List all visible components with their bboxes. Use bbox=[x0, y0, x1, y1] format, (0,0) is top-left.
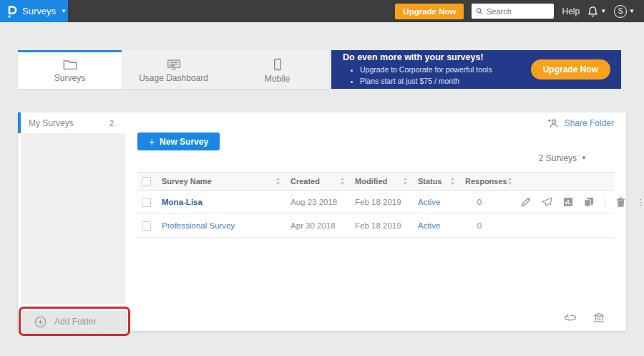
module-switcher[interactable]: Surveys ▼ bbox=[0, 0, 68, 22]
column-header: Modified bbox=[355, 177, 387, 186]
app-window: Surveys ▼ Upgrade Now Help ▼ S ▼ bbox=[0, 0, 644, 356]
promo-title: Do even more with your surveys! bbox=[343, 52, 492, 62]
panel-footer-icons bbox=[564, 312, 605, 323]
tab-mobile[interactable]: Mobile bbox=[225, 50, 329, 89]
select-all-checkbox[interactable] bbox=[142, 177, 151, 186]
surveys-table: Survey Name Created Modified Status Resp… bbox=[137, 172, 614, 238]
row-checkbox[interactable] bbox=[142, 221, 151, 231]
promo-text: Do even more with your surveys! Upgrade … bbox=[343, 52, 492, 86]
top-bar: Surveys ▼ Upgrade Now Help ▼ S ▼ bbox=[0, 0, 644, 22]
modified-date: Feb 18 2019 bbox=[355, 198, 418, 206]
tab-surveys[interactable]: Surveys bbox=[18, 50, 122, 89]
folder-icon bbox=[63, 59, 77, 70]
responses-count: 0 bbox=[465, 221, 494, 230]
add-folder-label: Add Folder bbox=[54, 317, 97, 327]
circled-plus-icon bbox=[34, 316, 47, 328]
tab-label: Usage Dashboard bbox=[139, 73, 208, 83]
chevron-down-icon: ▼ bbox=[600, 9, 606, 14]
sidebar-item-my-surveys[interactable]: My Surveys 2 bbox=[18, 112, 125, 133]
promo-bullet: Upgrade to Corporate for powerful tools bbox=[360, 64, 492, 75]
plus-icon: + bbox=[149, 136, 155, 148]
tab-label: Surveys bbox=[54, 73, 85, 83]
copy-icon[interactable] bbox=[584, 197, 594, 207]
sort-icon[interactable] bbox=[340, 178, 345, 185]
sort-icon[interactable] bbox=[403, 178, 408, 185]
created-date: Apr 30 2018 bbox=[291, 221, 355, 230]
delete-icon[interactable] bbox=[616, 197, 625, 207]
help-link[interactable]: Help bbox=[562, 6, 580, 16]
top-right-cluster: Upgrade Now Help ▼ S ▼ bbox=[395, 4, 644, 19]
tab-usage-dashboard[interactable]: Usage Dashboard bbox=[122, 50, 225, 89]
responses-count: 0 bbox=[465, 198, 494, 206]
share-user-icon bbox=[547, 118, 560, 128]
surveys-panel: My Surveys 2 Add Folder Share Folder + N… bbox=[18, 112, 626, 331]
folder-list bbox=[21, 133, 125, 304]
created-date: Aug 23 2018 bbox=[291, 198, 355, 206]
row-checkbox[interactable] bbox=[142, 198, 151, 207]
mobile-icon bbox=[273, 58, 282, 71]
share-folder-button[interactable]: Share Folder bbox=[547, 118, 614, 128]
edit-icon[interactable] bbox=[521, 197, 531, 207]
table-row: Professional Survey Apr 30 2018 Feb 18 2… bbox=[137, 214, 614, 238]
survey-bank-icon[interactable] bbox=[593, 312, 605, 323]
search-box[interactable] bbox=[472, 4, 554, 19]
chevron-down-icon: ▼ bbox=[61, 9, 67, 14]
table-header-row: Survey Name Created Modified Status Resp… bbox=[137, 172, 614, 191]
survey-count-dropdown[interactable]: 2 Surveys ▼ bbox=[539, 153, 587, 163]
chevron-down-icon: ▼ bbox=[629, 9, 635, 14]
row-actions: ⋮ bbox=[521, 196, 644, 208]
account-menu[interactable]: S ▼ bbox=[614, 5, 635, 18]
sort-icon[interactable] bbox=[450, 178, 455, 185]
share-folder-label: Share Folder bbox=[565, 118, 614, 128]
notifications-button[interactable]: ▼ bbox=[587, 6, 606, 17]
column-header: Status bbox=[418, 177, 442, 186]
table-row: Mona-Lisa Aug 23 2018 Feb 18 2019 Active… bbox=[137, 191, 614, 214]
promo-banner: Do even more with your surveys! Upgrade … bbox=[331, 50, 621, 89]
survey-name-link[interactable]: Mona-Lisa bbox=[162, 198, 291, 206]
tab-label: Mobile bbox=[265, 74, 290, 84]
brand-logo-icon bbox=[6, 5, 17, 18]
column-header: Survey Name bbox=[162, 177, 212, 186]
folder-count-badge: 2 bbox=[109, 119, 114, 128]
folder-label: My Surveys bbox=[29, 118, 74, 128]
promo-bullets: Upgrade to Corporate for powerful tools … bbox=[360, 64, 492, 86]
new-survey-button[interactable]: + New Survey bbox=[137, 133, 220, 150]
promo-bullet: Plans start at just $75 / month bbox=[360, 76, 492, 87]
sort-icon[interactable] bbox=[507, 178, 512, 185]
search-input[interactable] bbox=[487, 7, 550, 16]
more-options-icon[interactable]: ⋮ bbox=[636, 198, 644, 207]
survey-name-link[interactable]: Professional Survey bbox=[162, 221, 291, 230]
modified-date: Feb 18 2019 bbox=[355, 221, 418, 230]
status-badge[interactable]: Active bbox=[418, 198, 465, 206]
report-icon[interactable] bbox=[563, 197, 573, 207]
send-icon[interactable] bbox=[542, 197, 552, 207]
add-folder-button[interactable]: Add Folder bbox=[22, 311, 127, 332]
sort-icon[interactable] bbox=[275, 178, 280, 185]
banner-upgrade-button[interactable]: Upgrade Now bbox=[531, 59, 610, 80]
new-survey-label: New Survey bbox=[160, 137, 208, 147]
upgrade-now-button[interactable]: Upgrade Now bbox=[395, 4, 464, 19]
column-header: Responses bbox=[465, 177, 507, 186]
module-label: Surveys bbox=[22, 6, 56, 16]
column-header: Created bbox=[291, 177, 320, 186]
avatar: S bbox=[614, 5, 627, 18]
chevron-down-icon: ▼ bbox=[581, 155, 587, 161]
dashboard-icon bbox=[167, 59, 181, 70]
restore-icon[interactable] bbox=[564, 313, 577, 322]
tab-strip: Surveys Usage Dashboard Mobile bbox=[18, 50, 329, 89]
divider bbox=[605, 196, 605, 208]
survey-count-label: 2 Surveys bbox=[539, 153, 577, 163]
status-badge[interactable]: Active bbox=[418, 221, 465, 230]
bell-icon bbox=[587, 6, 598, 17]
search-icon bbox=[476, 7, 482, 15]
